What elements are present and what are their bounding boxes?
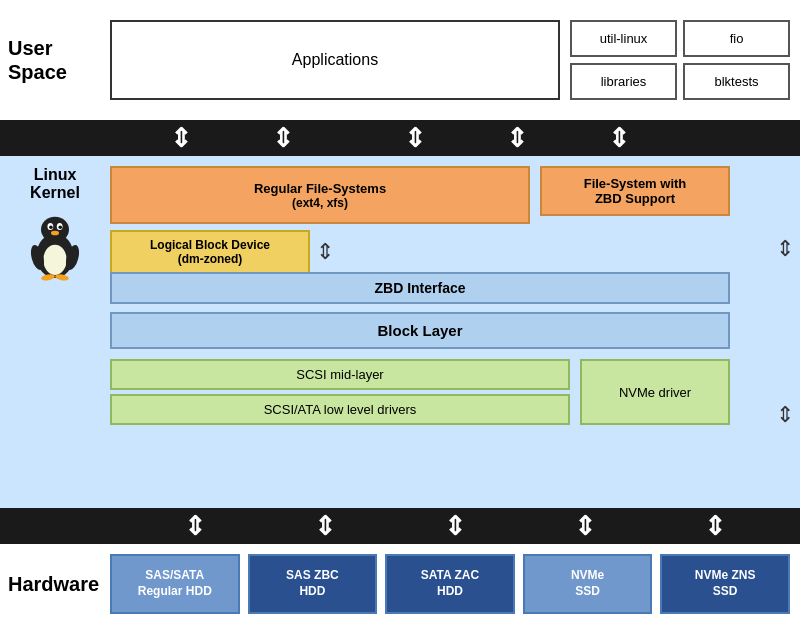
applications-box: Applications: [110, 20, 560, 100]
hw-box-sata-zac: SATA ZAC HDD: [385, 554, 515, 614]
scsi-nvme-row: SCSI mid-layer SCSI/ATA low level driver…: [110, 359, 730, 425]
hw-arrow-2: ⇕: [314, 511, 336, 542]
libraries-box: libraries: [570, 63, 677, 100]
kernel-content: Regular File-Systems (ext4, xfs) Logical…: [110, 156, 770, 508]
hardware-label: Hardware: [0, 573, 110, 596]
arrow-4: ⇕: [506, 123, 528, 154]
tux-icon: [25, 212, 85, 282]
util-grid: util-linux fio libraries blktests: [570, 20, 790, 100]
hw-box-nvme-zns: NVMe ZNS SSD: [660, 554, 790, 614]
hw-box-sas-zbc: SAS ZBC HDD: [248, 554, 378, 614]
arrow-5: ⇕: [608, 123, 630, 154]
right-arrows: ⇕ ⇕: [770, 156, 800, 508]
svg-point-2: [41, 217, 69, 243]
kernel-section: Linux Kernel: [0, 156, 800, 508]
svg-point-1: [43, 245, 66, 275]
svg-point-6: [59, 225, 63, 229]
user-space-label: User Space: [0, 0, 110, 120]
util-linux-box: util-linux: [570, 20, 677, 57]
hardware-boxes: SAS/SATA Regular HDD SAS ZBC HDD SATA ZA…: [110, 554, 800, 614]
zbd-interface-box: ZBD Interface: [110, 272, 730, 304]
regular-fs-box: Regular File-Systems (ext4, xfs): [110, 166, 530, 224]
user-space-content: Applications util-linux fio libraries bl…: [110, 0, 800, 120]
diagram: User Space Applications util-linux fio l…: [0, 0, 800, 624]
hw-arrow-1: ⇕: [184, 511, 206, 542]
right-arrow-1: ⇕: [776, 236, 794, 262]
scsi-ata-box: SCSI/ATA low level drivers: [110, 394, 570, 425]
right-arrow-2: ⇕: [776, 402, 794, 428]
hw-box-nvme-ssd: NVMe SSD: [523, 554, 653, 614]
arrow-3: ⇕: [404, 123, 426, 154]
hw-box-sas-sata: SAS/SATA Regular HDD: [110, 554, 240, 614]
fio-box: fio: [683, 20, 790, 57]
hw-arrow-5: ⇕: [704, 511, 726, 542]
logical-block-box: Logical Block Device (dm-zoned): [110, 230, 310, 274]
hw-arrow-3: ⇕: [444, 511, 466, 542]
nvme-box: NVMe driver: [580, 359, 730, 425]
scsi-section: SCSI mid-layer SCSI/ATA low level driver…: [110, 359, 570, 425]
svg-point-5: [49, 225, 53, 229]
hardware-divider: ⇕ ⇕ ⇕ ⇕ ⇕: [0, 508, 800, 544]
lbd-to-zbd-arrow: ⇕: [316, 239, 334, 265]
zbd-support-box: File-System with ZBD Support: [540, 166, 730, 216]
hardware-row: Hardware SAS/SATA Regular HDD SAS ZBC HD…: [0, 544, 800, 624]
kernel-label: Linux Kernel: [0, 156, 110, 508]
user-space-section: User Space Applications util-linux fio l…: [0, 0, 800, 120]
svg-point-7: [51, 231, 59, 236]
hw-arrow-4: ⇕: [574, 511, 596, 542]
block-layer-box: Block Layer: [110, 312, 730, 349]
top-divider: ⇕ ⇕ ⇕ ⇕ ⇕: [0, 120, 800, 156]
scsi-mid-box: SCSI mid-layer: [110, 359, 570, 390]
blktests-box: blktests: [683, 63, 790, 100]
arrow-2: ⇕: [272, 123, 294, 154]
arrow-1: ⇕: [170, 123, 192, 154]
